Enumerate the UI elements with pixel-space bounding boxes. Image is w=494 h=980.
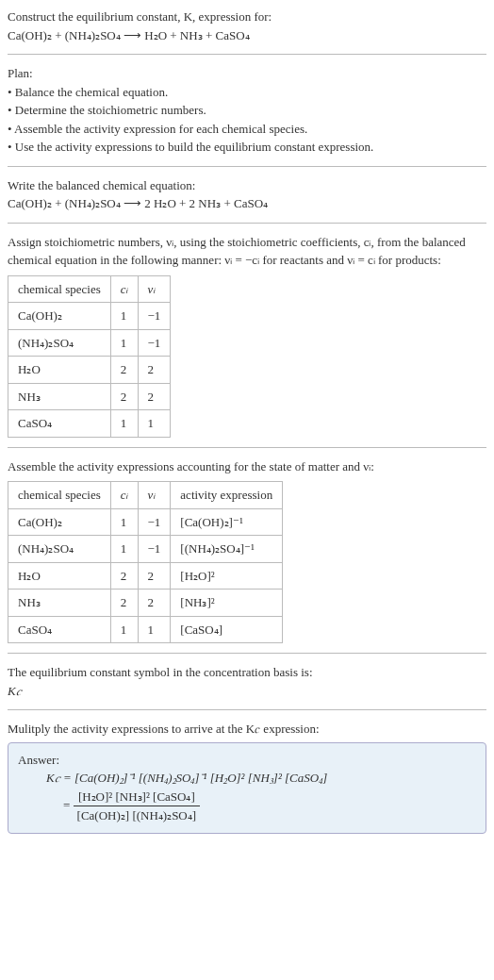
- fraction-denominator: [Ca(OH)₂] [(NH₄)₂SO₄]: [74, 806, 201, 825]
- assign-text: Assign stoichiometric numbers, νᵢ, using…: [8, 233, 486, 270]
- c-cell: 1: [110, 508, 138, 536]
- symbol-line1: The equilibrium constant symbol in the c…: [8, 663, 486, 682]
- fraction: [H₂O]² [NH₃]² [CaSO₄] [Ca(OH)₂] [(NH₄)₂S…: [74, 788, 201, 825]
- divider: [8, 653, 486, 654]
- v-cell: 2: [138, 383, 171, 410]
- table-row: H₂O 2 2: [8, 357, 171, 384]
- plan-section: Plan: • Balance the chemical equation. •…: [8, 64, 486, 157]
- species-cell: Ca(OH)₂: [8, 508, 111, 536]
- intro-equation: Ca(OH)₂ + (NH₄)₂SO₄ ⟶ H₂O + NH₃ + CaSO₄: [8, 26, 486, 45]
- table-row: (NH₄)₂SO₄ 1 −1 [(NH₄)₂SO₄]⁻¹: [8, 536, 283, 563]
- eq2-prefix: =: [63, 797, 74, 811]
- divider: [8, 54, 486, 55]
- table-row: CaSO₄ 1 1 [CaSO₄]: [8, 616, 283, 643]
- table-header: cᵢ: [110, 482, 138, 509]
- answer-label: Answer:: [18, 751, 476, 770]
- activity-cell: [H₂O]²: [171, 562, 283, 590]
- table-header: chemical species: [8, 275, 111, 303]
- table-row: Ca(OH)₂ 1 −1 [Ca(OH)₂]⁻¹: [8, 508, 283, 536]
- species-cell: H₂O: [8, 357, 111, 384]
- balanced-section: Write the balanced chemical equation: Ca…: [8, 176, 486, 213]
- plan-bullet: • Assemble the activity expression for e…: [8, 120, 486, 139]
- v-cell: 2: [138, 357, 171, 384]
- assign-section: Assign stoichiometric numbers, νᵢ, using…: [8, 233, 486, 438]
- table-row: Ca(OH)₂ 1 −1: [8, 303, 171, 330]
- species-cell: CaSO₄: [8, 410, 111, 438]
- species-cell: (NH₄)₂SO₄: [8, 536, 111, 563]
- table-row: (NH₄)₂SO₄ 1 −1: [8, 329, 171, 357]
- activity-cell: [NH₃]²: [171, 590, 283, 617]
- v-cell: −1: [138, 508, 171, 536]
- stoich-table: chemical species cᵢ νᵢ Ca(OH)₂ 1 −1 (NH₄…: [8, 275, 171, 438]
- divider: [8, 223, 486, 224]
- c-cell: 1: [110, 329, 138, 357]
- c-cell: 1: [110, 616, 138, 643]
- balanced-title: Write the balanced chemical equation:: [8, 176, 486, 195]
- c-cell: 2: [110, 590, 138, 617]
- assemble-text: Assemble the activity expressions accoun…: [8, 457, 486, 476]
- multiply-section: Mulitply the activity expressions to arr…: [8, 720, 486, 834]
- table-header: chemical species: [8, 482, 111, 509]
- multiply-text: Mulitply the activity expressions to arr…: [8, 720, 486, 739]
- c-cell: 1: [110, 536, 138, 563]
- v-cell: −1: [138, 303, 171, 330]
- table-header: activity expression: [171, 482, 283, 509]
- v-cell: 2: [138, 590, 171, 617]
- answer-eq1: K𝑐 = [Ca(OH)₂]⁻¹ [(NH₄)₂SO₄]⁻¹ [H₂O]² [N…: [18, 769, 476, 788]
- answer-eq1-text: K𝑐 = [Ca(OH)₂]⁻¹ [(NH₄)₂SO₄]⁻¹ [H₂O]² [N…: [46, 771, 327, 785]
- v-cell: −1: [138, 536, 171, 563]
- species-cell: Ca(OH)₂: [8, 303, 111, 330]
- plan-bullet: • Determine the stoichiometric numbers.: [8, 101, 486, 120]
- table-row: CaSO₄ 1 1: [8, 410, 171, 438]
- table-row: NH₃ 2 2 [NH₃]²: [8, 590, 283, 617]
- v-cell: 1: [138, 616, 171, 643]
- species-cell: NH₃: [8, 383, 111, 410]
- answer-eq2: = [H₂O]² [NH₃]² [CaSO₄] [Ca(OH)₂] [(NH₄)…: [18, 788, 476, 825]
- symbol-line2: K𝑐: [8, 682, 486, 701]
- balanced-equation: Ca(OH)₂ + (NH₄)₂SO₄ ⟶ 2 H₂O + 2 NH₃ + Ca…: [8, 194, 486, 213]
- activity-table: chemical species cᵢ νᵢ activity expressi…: [8, 481, 283, 643]
- species-cell: NH₃: [8, 590, 111, 617]
- divider: [8, 166, 486, 167]
- activity-cell: [Ca(OH)₂]⁻¹: [171, 508, 283, 536]
- table-row: H₂O 2 2 [H₂O]²: [8, 562, 283, 590]
- activity-cell: [(NH₄)₂SO₄]⁻¹: [171, 536, 283, 563]
- intro-section: Construct the equilibrium constant, K, e…: [8, 8, 486, 44]
- c-cell: 2: [110, 383, 138, 410]
- c-cell: 1: [110, 303, 138, 330]
- symbol-section: The equilibrium constant symbol in the c…: [8, 663, 486, 700]
- table-header: νᵢ: [138, 482, 171, 509]
- species-cell: CaSO₄: [8, 616, 111, 643]
- plan-bullet: • Use the activity expressions to build …: [8, 138, 486, 157]
- intro-line1: Construct the equilibrium constant, K, e…: [8, 8, 486, 26]
- divider: [8, 447, 486, 448]
- fraction-numerator: [H₂O]² [NH₃]² [CaSO₄]: [74, 788, 201, 807]
- species-cell: (NH₄)₂SO₄: [8, 329, 111, 357]
- v-cell: −1: [138, 329, 171, 357]
- assemble-section: Assemble the activity expressions accoun…: [8, 457, 486, 644]
- table-header: cᵢ: [110, 275, 138, 303]
- divider: [8, 709, 486, 710]
- c-cell: 2: [110, 357, 138, 384]
- activity-cell: [CaSO₄]: [171, 616, 283, 643]
- table-row: NH₃ 2 2: [8, 383, 171, 410]
- c-cell: 2: [110, 562, 138, 590]
- v-cell: 2: [138, 562, 171, 590]
- v-cell: 1: [138, 410, 171, 438]
- species-cell: H₂O: [8, 562, 111, 590]
- table-header: νᵢ: [138, 275, 171, 303]
- plan-bullet: • Balance the chemical equation.: [8, 83, 486, 102]
- plan-title: Plan:: [8, 64, 486, 83]
- answer-box: Answer: K𝑐 = [Ca(OH)₂]⁻¹ [(NH₄)₂SO₄]⁻¹ […: [8, 742, 486, 834]
- c-cell: 1: [110, 410, 138, 438]
